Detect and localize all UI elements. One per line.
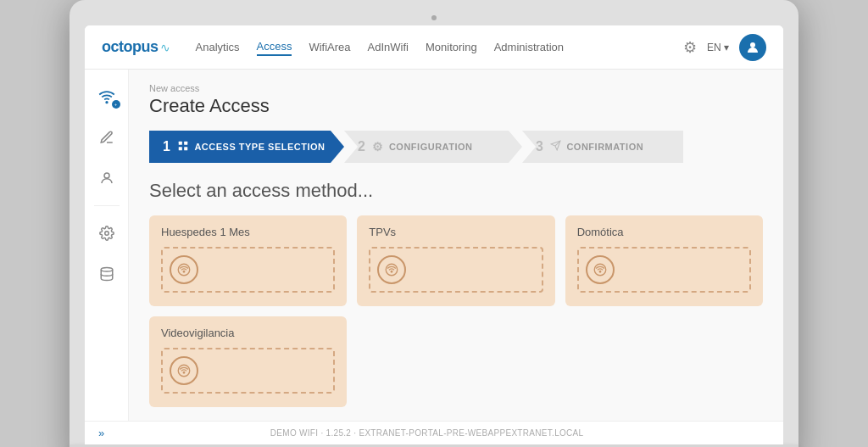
laptop-frame: octopus ∿ Analytics Access WifiArea AdIn…: [70, 0, 798, 447]
logo-area: octopus ∿: [102, 38, 170, 56]
laptop-screen: octopus ∿ Analytics Access WifiArea AdIn…: [85, 25, 783, 444]
step-3-number: 3: [536, 139, 543, 154]
access-card-domotica-title: Domótica: [577, 226, 751, 238]
access-card-tpvs[interactable]: TPVs: [357, 215, 554, 306]
sidebar-divider: [94, 205, 120, 206]
sidebar-item-wifi[interactable]: +: [90, 80, 124, 114]
access-cards-grid: Huespedes 1 Mes: [149, 215, 763, 407]
access-card-domotica-icon: [586, 255, 615, 284]
access-card-tpvs-icon: [377, 255, 406, 284]
nav-wifiarea[interactable]: WifiArea: [309, 39, 350, 55]
nav-access[interactable]: Access: [257, 38, 292, 56]
camera-dot: [431, 15, 437, 20]
svg-point-1: [106, 102, 108, 103]
nav-monitoring[interactable]: Monitoring: [426, 39, 477, 55]
svg-point-12: [183, 271, 185, 273]
svg-point-2: [104, 173, 109, 178]
footer: » DEMO WIFI · 1.25.2 · EXTRANET-PORTAL-P…: [85, 421, 783, 444]
step-3[interactable]: 3 CONFIRMATION: [522, 131, 683, 163]
sidebar-item-user[interactable]: [90, 161, 124, 195]
footer-status: DEMO WIFI · 1.25.2 · EXTRANET-PORTAL-PRE…: [270, 428, 584, 438]
step-3-icon: [550, 140, 561, 154]
access-card-videovigilancia[interactable]: Videovigilancia: [149, 316, 347, 407]
step-2-icon: ⚙: [372, 140, 384, 154]
wifi-badge: +: [112, 100, 120, 109]
svg-point-17: [178, 365, 190, 377]
svg-point-16: [599, 271, 601, 273]
svg-point-13: [387, 264, 398, 276]
access-card-tpvs-inner: [369, 247, 542, 293]
svg-point-4: [101, 268, 113, 272]
breadcrumb: New access: [149, 83, 763, 93]
svg-rect-5: [179, 141, 182, 144]
access-card-huespedes-inner: [161, 247, 335, 293]
access-card-huespedes[interactable]: Huespedes 1 Mes: [149, 215, 347, 306]
page-title: Create Access: [149, 95, 763, 117]
step-1[interactable]: 1 ACCESS TYPE SELECTION: [149, 131, 344, 163]
svg-point-18: [183, 372, 185, 374]
language-selector[interactable]: EN ▾: [707, 42, 729, 53]
access-card-tpvs-title: TPVs: [369, 226, 542, 238]
sidebar-item-edit[interactable]: [90, 120, 124, 154]
svg-rect-6: [185, 141, 188, 144]
svg-point-14: [392, 271, 393, 273]
main-body: +: [85, 70, 783, 421]
step-2-number: 2: [358, 139, 365, 154]
svg-point-15: [594, 264, 606, 276]
nav-adinwifi[interactable]: AdInWifi: [368, 39, 409, 55]
svg-rect-8: [185, 147, 188, 150]
content-area: New access Create Access 1 ACCESS TYPE S…: [129, 70, 783, 421]
step-2[interactable]: 2 ⚙ CONFIGURATION: [344, 131, 522, 163]
svg-point-11: [178, 264, 190, 276]
sidebar: +: [85, 70, 129, 421]
step-1-number: 1: [163, 139, 170, 154]
sidebar-item-settings[interactable]: [90, 216, 124, 250]
nav-links: Analytics Access WifiArea AdInWifi Monit…: [196, 38, 683, 56]
nav-administration[interactable]: Administration: [494, 39, 564, 55]
access-card-videovigilancia-icon: [170, 356, 198, 385]
avatar[interactable]: [739, 34, 766, 61]
access-card-videovigilancia-inner: [161, 348, 335, 394]
nav-right: ⚙ EN ▾: [683, 34, 766, 61]
access-card-domotica[interactable]: Domótica: [565, 215, 763, 306]
svg-point-0: [750, 42, 755, 47]
access-card-huespedes-title: Huespedes 1 Mes: [161, 226, 335, 238]
step-3-label: CONFIRMATION: [566, 142, 643, 152]
footer-chevron[interactable]: »: [98, 427, 104, 439]
top-navigation: octopus ∿ Analytics Access WifiArea AdIn…: [85, 25, 783, 70]
settings-icon[interactable]: ⚙: [683, 38, 697, 57]
step-2-label: CONFIGURATION: [389, 142, 473, 152]
section-title: Select an access method...: [149, 180, 763, 202]
step-1-label: ACCESS TYPE SELECTION: [194, 142, 325, 152]
stepper: 1 ACCESS TYPE SELECTION 2 ⚙ CONFIGURATIO: [149, 131, 763, 163]
svg-point-3: [104, 232, 108, 236]
logo-wave: ∿: [160, 41, 170, 54]
svg-rect-7: [179, 147, 182, 150]
access-card-videovigilancia-title: Videovigilancia: [161, 327, 335, 339]
logo-text: octopus: [102, 38, 159, 56]
nav-analytics[interactable]: Analytics: [196, 39, 240, 55]
access-card-domotica-inner: [577, 247, 751, 293]
sidebar-item-database[interactable]: [90, 257, 124, 291]
step-1-icon: [177, 140, 189, 154]
access-card-huespedes-icon: [170, 255, 198, 284]
